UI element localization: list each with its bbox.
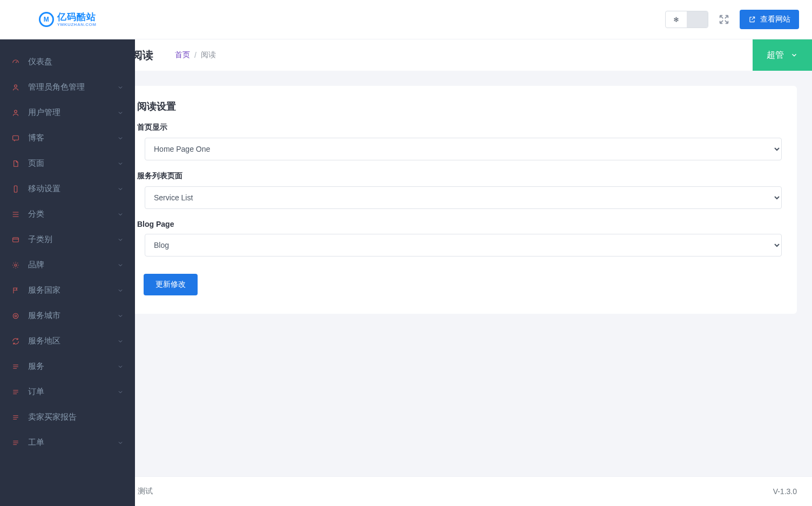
breadcrumb-current: 阅读 (201, 50, 216, 60)
svg-point-7 (15, 315, 16, 316)
breadcrumb-home[interactable]: 首页 (175, 50, 190, 60)
sidebar-item-11[interactable]: 服务地区 (0, 328, 135, 354)
role-dropdown[interactable]: 超管 (753, 39, 812, 71)
field-label: Blog Page (137, 220, 782, 228)
role-label: 超管 (767, 50, 784, 61)
footer-left: - 测试 (133, 487, 153, 496)
gear-icon (11, 260, 21, 270)
chevron-down-icon (117, 134, 124, 142)
user-icon (11, 108, 21, 118)
breadcrumb: 首页 / 阅读 (175, 50, 216, 60)
sidebar-item-3[interactable]: 博客 (0, 125, 135, 151)
sidebar-item-15[interactable]: 工单 (0, 430, 135, 455)
svg-rect-4 (13, 238, 19, 242)
chevron-down-icon (117, 287, 124, 294)
svg-rect-3 (14, 186, 17, 192)
lines-icon (11, 387, 21, 397)
settings-card: 阅读设置 首页显示 Home Page One 服务列表页面 Service L… (130, 86, 797, 314)
card-title: 阅读设置 (137, 100, 782, 113)
field-service-list: 服务列表页面 Service List (145, 171, 782, 209)
target-icon (11, 311, 21, 321)
user-icon (11, 83, 21, 92)
sidebar-item-label: 服务 (28, 361, 117, 372)
field-label: 服务列表页面 (137, 171, 782, 181)
field-label: 首页显示 (137, 123, 782, 132)
sidebar-item-9[interactable]: 服务国家 (0, 278, 135, 303)
fullscreen-icon[interactable] (718, 14, 730, 25)
sidebar-item-2[interactable]: 用户管理 (0, 100, 135, 125)
file-icon (11, 159, 21, 168)
sidebar: M 亿码酷站 YMKUZHAN.COM 仪表盘管理员角色管理用户管理博客页面移动… (0, 0, 135, 506)
page-header: 阅读 首页 / 阅读 超管 (135, 39, 812, 71)
sidebar-item-7[interactable]: 子类别 (0, 227, 135, 252)
sidebar-item-label: 卖家买家报告 (28, 412, 117, 422)
message-icon (11, 133, 21, 143)
sidebar-item-label: 页面 (28, 158, 117, 168)
svg-point-6 (13, 313, 18, 318)
sidebar-item-label: 工单 (28, 437, 117, 448)
sidebar-item-label: 服务国家 (28, 285, 117, 295)
logo[interactable]: M 亿码酷站 YMKUZHAN.COM (0, 0, 135, 39)
footer: - 测试 V-1.3.0 (135, 476, 812, 506)
sidebar-item-label: 服务城市 (28, 311, 117, 321)
sidebar-item-13[interactable]: 订单 (0, 379, 135, 404)
sidebar-item-label: 订单 (28, 387, 117, 397)
lines-icon (11, 438, 21, 448)
sidebar-item-4[interactable]: 页面 (0, 151, 135, 176)
page: 阅读 首页 / 阅读 超管 阅读设置 首页显示 Home Page One 服务… (135, 0, 812, 506)
logo-text-cn: 亿码酷站 (57, 12, 97, 22)
content: 阅读设置 首页显示 Home Page One 服务列表页面 Service L… (135, 71, 812, 476)
chevron-down-icon (117, 109, 124, 117)
theme-toggle[interactable]: ❄ (665, 11, 708, 28)
blog-page-select[interactable]: Blog (145, 234, 782, 257)
mobile-icon (11, 184, 21, 194)
sidebar-item-14[interactable]: 卖家买家报告 (0, 404, 135, 430)
refresh-icon (11, 336, 21, 346)
sidebar-item-8[interactable]: 品牌 (0, 252, 135, 278)
chevron-down-icon (117, 388, 124, 396)
sidebar-item-1[interactable]: 管理员角色管理 (0, 75, 135, 100)
chevron-down-icon (117, 160, 124, 167)
view-site-label: 查看网站 (760, 15, 790, 24)
chevron-down-icon (117, 261, 124, 269)
sidebar-item-0[interactable]: 仪表盘 (0, 49, 135, 75)
submit-button[interactable]: 更新修改 (144, 274, 198, 295)
svg-rect-2 (13, 136, 19, 140)
svg-point-1 (15, 110, 17, 113)
theme-toggle-on[interactable]: ❄ (666, 11, 687, 28)
home-display-select[interactable]: Home Page One (145, 138, 782, 160)
sidebar-item-12[interactable]: 服务 (0, 354, 135, 379)
chevron-down-icon (117, 363, 124, 370)
sidebar-item-label: 移动设置 (28, 184, 117, 194)
lines-icon (11, 362, 21, 372)
sidebar-item-10[interactable]: 服务城市 (0, 303, 135, 328)
list-icon (11, 210, 21, 219)
logo-mark-icon: M (39, 12, 54, 27)
sidebar-item-6[interactable]: 分类 (0, 201, 135, 227)
view-site-button[interactable]: 查看网站 (740, 10, 799, 29)
chevron-down-icon (117, 84, 124, 91)
sidebar-item-label: 用户管理 (28, 107, 117, 118)
card-icon (11, 235, 21, 245)
chevron-down-icon (117, 312, 124, 320)
sidebar-item-label: 仪表盘 (28, 57, 117, 67)
topbar: ❄ 查看网站 (135, 0, 812, 39)
chevron-down-icon (790, 51, 798, 59)
svg-point-5 (15, 264, 17, 266)
theme-toggle-off[interactable] (687, 11, 708, 28)
sidebar-item-5[interactable]: 移动设置 (0, 176, 135, 201)
sidebar-nav: 仪表盘管理员角色管理用户管理博客页面移动设置分类子类别品牌服务国家服务城市服务地… (0, 39, 135, 477)
breadcrumb-separator: / (194, 51, 197, 59)
flag-icon (11, 286, 21, 295)
sidebar-item-label: 子类别 (28, 234, 117, 245)
chevron-down-icon (117, 338, 124, 345)
chevron-down-icon (117, 211, 124, 218)
sidebar-item-label: 博客 (28, 133, 117, 143)
service-list-select[interactable]: Service List (145, 186, 782, 209)
chevron-down-icon (117, 236, 124, 244)
external-link-icon (748, 16, 756, 23)
chevron-down-icon (117, 185, 124, 193)
sidebar-item-label: 管理员角色管理 (28, 82, 117, 92)
sidebar-item-label: 分类 (28, 209, 117, 219)
sidebar-item-label: 品牌 (28, 260, 117, 270)
